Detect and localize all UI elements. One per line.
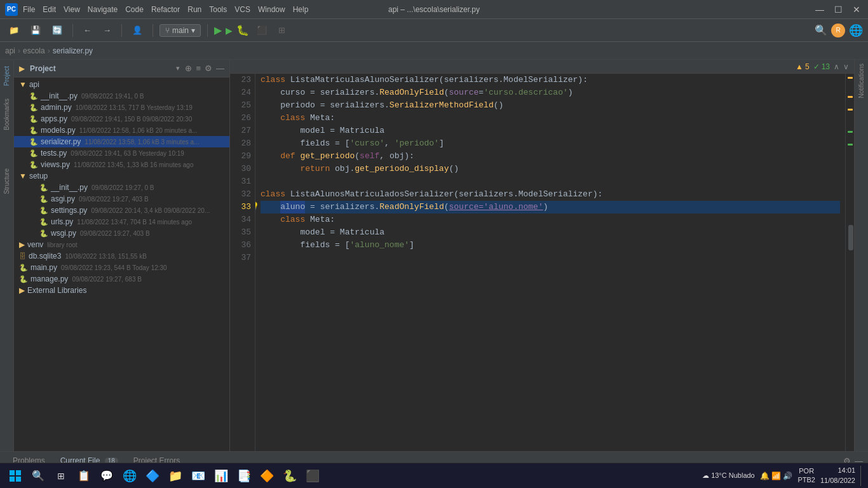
editor-scroll: 23 24 25 26 27 28 29 30 31 32 33 34 35 3…	[230, 74, 854, 451]
setup-init-info: 09/08/2022 19:27, 0 B	[92, 184, 154, 191]
main-layout: Project Bookmarks Structure ▶ Project ▾ …	[0, 60, 868, 451]
prev-error-button[interactable]: ∧	[834, 62, 839, 71]
search-taskbar-button[interactable]: 🔍	[28, 466, 48, 486]
pycharm-taskbar-button[interactable]: 🐍	[280, 466, 300, 486]
scroll-thumb[interactable]	[848, 225, 853, 250]
breadcrumb-current[interactable]: serializer.py	[53, 46, 93, 55]
more-button[interactable]: ⊞	[275, 24, 289, 37]
run-button[interactable]: ▶	[214, 24, 222, 36]
outlook-button[interactable]: 📧	[188, 466, 208, 486]
terminal-taskbar-button[interactable]: ⬛	[302, 466, 323, 486]
tree-venv-folder[interactable]: ▶ venv library root	[14, 239, 229, 250]
taskbar-clock[interactable]: 14:01 11/08/2022	[820, 466, 855, 485]
menu-file[interactable]: File	[23, 5, 35, 14]
show-desktop-button[interactable]	[860, 466, 863, 486]
next-error-button[interactable]: ∨	[843, 62, 849, 71]
debug-button[interactable]: 🐛	[236, 24, 249, 36]
settings-label: settings.py	[51, 206, 87, 215]
task-view-button[interactable]: ⊞	[51, 466, 71, 486]
tree-file-admin[interactable]: 🐍 admin.py 10/08/2022 13:15, 717 B Yeste…	[14, 102, 229, 113]
forward-button[interactable]: →	[99, 24, 115, 37]
tree-setup-urls[interactable]: 🐍 urls.py 11/08/2022 13:47, 704 B 14 min…	[14, 216, 229, 227]
tree-file-serializer[interactable]: 🐍 serializer.py 11/08/2022 13:58, 1,06 k…	[14, 136, 229, 147]
edge-button[interactable]: 🔷	[142, 466, 163, 486]
py-icon-tests: 🐍	[29, 149, 38, 158]
menu-code[interactable]: Code	[125, 5, 144, 14]
menu-navigate[interactable]: Navigate	[88, 5, 118, 14]
chrome-button[interactable]: 🌐	[119, 466, 140, 486]
code-editor[interactable]: class ListaMatriculasAlunoSerializer(ser…	[255, 74, 845, 451]
tree-ext-libs[interactable]: ▶ External Libraries	[14, 285, 229, 296]
minimize-button[interactable]: —	[813, 4, 827, 15]
save-button[interactable]: 💾	[27, 24, 44, 37]
tree-setup-settings[interactable]: 🐍 settings.py 09/08/2022 20:14, 3,4 kB 0…	[14, 205, 229, 216]
tree-api-folder[interactable]: ▼ api	[14, 79, 229, 90]
search-icon[interactable]: 🔍	[815, 24, 827, 36]
file-tests-label: tests.py	[41, 149, 67, 158]
excel-button[interactable]: 📊	[211, 466, 231, 486]
explorer-button[interactable]: 📁	[165, 466, 186, 486]
project-panel-toggle[interactable]: Project	[3, 62, 10, 90]
breadcrumb-escola[interactable]: escola	[23, 46, 45, 55]
branch-selector[interactable]: ⑂ main ▾	[159, 24, 201, 37]
tree-file-views[interactable]: 🐍 views.py 11/08/2022 13:45, 1,33 kB 16 …	[14, 159, 229, 170]
menu-vcs[interactable]: VCS	[234, 5, 250, 14]
widgets-button[interactable]: 📋	[74, 466, 94, 486]
code-line-23: class ListaMatriculasAlunoSerializer(ser…	[261, 74, 840, 86]
gutter-mark-1	[848, 77, 853, 79]
search-taskbar-icon: 🔍	[32, 470, 44, 482]
menu-view[interactable]: View	[64, 5, 80, 14]
sync-button[interactable]: 🔄	[48, 24, 66, 37]
tree-file-apps[interactable]: 🐍 apps.py 09/08/2022 19:41, 150 B 09/08/…	[14, 113, 229, 125]
tree-file-init[interactable]: 🐍 __init__.py 09/08/2022 19:41, 0 B	[14, 90, 229, 102]
ext-libs-label: External Libraries	[27, 286, 86, 295]
clock-date: 11/08/2022	[820, 476, 855, 485]
window-controls: — ☐ ✕	[813, 4, 863, 15]
menu-edit[interactable]: Edit	[43, 5, 56, 14]
structure-toggle[interactable]: Structure	[3, 165, 10, 198]
code-line-36: fields = ['aluno_nome']	[261, 239, 840, 252]
sublime-button[interactable]: 🔶	[257, 466, 277, 486]
user-avatar[interactable]: R	[831, 24, 845, 37]
notifications-toggle[interactable]: Notifications	[858, 60, 865, 102]
tree-file-tests[interactable]: 🐍 tests.py 09/08/2022 19:41, 63 B Yester…	[14, 147, 229, 159]
tree-main[interactable]: 🐍 main.py 09/08/2022 19:23, 544 B Today …	[14, 262, 229, 273]
tree-file-models[interactable]: 🐍 models.py 11/08/2022 12:58, 1,06 kB 20…	[14, 125, 229, 136]
locate-file-icon[interactable]: ⊕	[185, 64, 192, 73]
tree-db[interactable]: 🗄 db.sqlite3 10/08/2022 13:18, 151,55 kB	[14, 250, 229, 262]
tree-setup-asgi[interactable]: 🐍 asgi.py 09/08/2022 19:27, 403 B	[14, 193, 229, 205]
line-numbers: 23 24 25 26 27 28 29 30 31 32 33 34 35 3…	[230, 74, 255, 451]
maximize-button[interactable]: ☐	[832, 4, 845, 15]
chat-button[interactable]: 💬	[97, 466, 117, 486]
close-button[interactable]: ✕	[850, 4, 863, 15]
lightbulb-icon[interactable]: 💡	[255, 201, 259, 214]
back-button[interactable]: ←	[79, 24, 95, 37]
ln-24: 24	[233, 86, 251, 99]
start-button[interactable]	[5, 466, 25, 486]
edge-icon: 🔷	[146, 469, 159, 483]
gutter-mark-2	[848, 96, 853, 98]
code-line-31	[261, 175, 840, 188]
tree-setup-folder[interactable]: ▼ setup	[14, 170, 229, 182]
bookmarks-toggle[interactable]: Bookmarks	[3, 95, 10, 134]
close-panel-icon[interactable]: —	[216, 64, 224, 73]
menu-window[interactable]: Window	[258, 5, 285, 14]
stop-button[interactable]: ⬛	[253, 24, 271, 37]
tree-setup-wsgi[interactable]: 🐍 wsgi.py 09/08/2022 19:27, 403 B	[14, 227, 229, 239]
collapse-all-icon[interactable]: ≡	[196, 64, 201, 73]
menu-refactor[interactable]: Refactor	[151, 5, 180, 14]
file-tests-info: 09/08/2022 19:41, 63 B Yesterday 10:19	[71, 150, 184, 157]
menu-tools[interactable]: Tools	[209, 5, 227, 14]
breadcrumb-sep-2: ›	[48, 46, 50, 55]
breadcrumb-api[interactable]: api	[5, 46, 15, 55]
panel-settings-icon[interactable]: ⚙	[205, 64, 212, 73]
powerpoint-button[interactable]: 📑	[234, 466, 254, 486]
open-button[interactable]: 📁	[5, 24, 23, 37]
run-with-coverage-button[interactable]: ▶	[226, 25, 233, 36]
tree-setup-init[interactable]: 🐍 __init__.py 09/08/2022 19:27, 0 B	[14, 182, 229, 193]
menu-run[interactable]: Run	[187, 5, 201, 14]
tree-manage[interactable]: 🐍 manage.py 09/08/2022 19:27, 683 B	[14, 273, 229, 285]
menu-help[interactable]: Help	[293, 5, 309, 14]
ext-libs-icon: ▶	[19, 286, 25, 295]
vcs-button[interactable]: 👤	[128, 24, 146, 37]
